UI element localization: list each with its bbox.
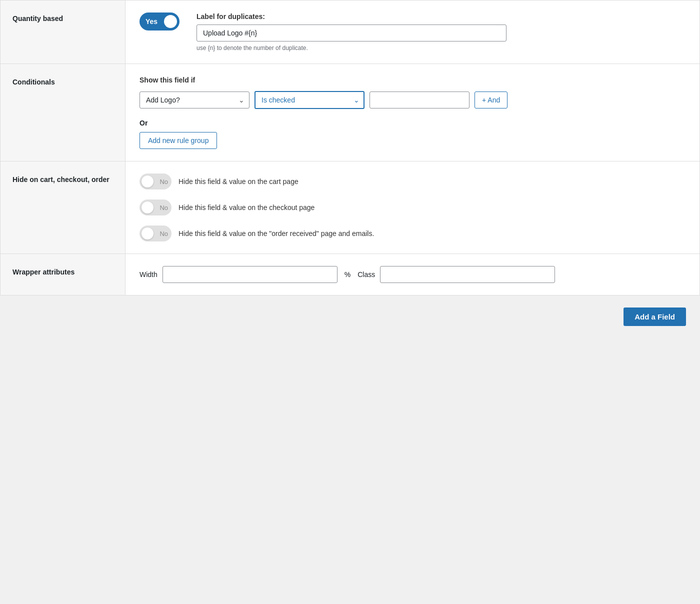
bottom-bar: Add a Field: [0, 296, 700, 338]
conditionals-rule: Add Logo? ⌄ Is checked ⌄ + And: [140, 91, 686, 109]
width-label: Width: [140, 270, 158, 278]
hide-cart-toggle[interactable]: No: [140, 174, 172, 190]
class-input[interactable]: [380, 266, 555, 283]
conditionals-row: Conditionals Show this field if Add Logo…: [0, 64, 700, 162]
hide-on-cart-content: No Hide this field & value on the cart p…: [126, 162, 700, 254]
wrapper-attributes-content: Width % Class: [126, 254, 700, 295]
hide-cart-toggle-knob: [142, 176, 154, 188]
hide-order-description: Hide this field & value on the "order re…: [178, 230, 374, 238]
hide-checkout-toggle[interactable]: No: [140, 200, 172, 216]
page-wrapper: Quantity based Yes Label for duplicates:…: [0, 0, 700, 604]
hide-cart-toggle-row: No Hide this field & value on the cart p…: [140, 174, 686, 190]
quantity-based-row: Quantity based Yes Label for duplicates:…: [0, 0, 700, 64]
quantity-based-label: Quantity based: [0, 0, 126, 64]
hide-checkout-toggle-no-label: No: [160, 204, 168, 212]
hide-on-cart-label: Hide on cart, checkout, order: [0, 162, 126, 254]
and-button[interactable]: + And: [474, 92, 508, 108]
label-for-duplicates-heading: Label for duplicates:: [196, 12, 686, 20]
duplicates-hint: use {n} to denote the number of duplicat…: [196, 44, 686, 52]
hide-order-toggle[interactable]: No: [140, 226, 172, 242]
hide-checkout-description: Hide this field & value on the checkout …: [178, 204, 314, 212]
hide-cart-toggle-no-label: No: [160, 178, 168, 186]
conditionals-content: Show this field if Add Logo? ⌄ Is checke…: [126, 64, 700, 161]
or-label: Or: [140, 119, 686, 127]
hide-order-toggle-no-label: No: [160, 230, 168, 238]
add-rule-group-button[interactable]: Add new rule group: [140, 132, 217, 149]
toggle-yes-label: Yes: [146, 18, 158, 26]
add-field-button[interactable]: Add a Field: [624, 308, 686, 326]
hide-checkout-toggle-knob: [142, 202, 154, 214]
quantity-based-content: Yes Label for duplicates: use {n} to den…: [126, 0, 700, 64]
hide-order-toggle-row: No Hide this field & value on the "order…: [140, 226, 686, 242]
quantity-toggle[interactable]: Yes: [140, 12, 180, 30]
show-field-label: Show this field if: [140, 76, 686, 84]
quantity-label-section: Label for duplicates: use {n} to denote …: [196, 12, 686, 52]
width-input[interactable]: [162, 266, 338, 283]
quantity-row-content: Yes Label for duplicates: use {n} to den…: [140, 12, 686, 52]
wrapper-attributes-label: Wrapper attributes: [0, 254, 126, 295]
field-select-wrapper: Add Logo? ⌄: [140, 92, 250, 108]
hide-checkout-toggle-row: No Hide this field & value on the checko…: [140, 200, 686, 216]
form-table: Quantity based Yes Label for duplicates:…: [0, 0, 700, 296]
field-select[interactable]: Add Logo?: [140, 92, 250, 108]
wrapper-attributes-row: Wrapper attributes Width % Class: [0, 254, 700, 295]
duplicates-input[interactable]: [196, 24, 506, 42]
quantity-toggle-section: Yes: [140, 12, 184, 30]
wrapper-attrs: Width % Class: [140, 266, 686, 283]
toggle-knob: [164, 15, 177, 28]
percent-label: %: [342, 270, 352, 278]
condition-value-input[interactable]: [370, 92, 470, 108]
hide-order-toggle-knob: [142, 228, 154, 240]
conditionals-label: Conditionals: [0, 64, 126, 161]
hide-cart-description: Hide this field & value on the cart page: [178, 178, 298, 186]
condition-select[interactable]: Is checked: [254, 91, 364, 109]
condition-select-wrapper: Is checked ⌄: [254, 91, 364, 109]
hide-on-cart-row: Hide on cart, checkout, order No Hide th…: [0, 162, 700, 254]
class-label: Class: [358, 270, 375, 278]
